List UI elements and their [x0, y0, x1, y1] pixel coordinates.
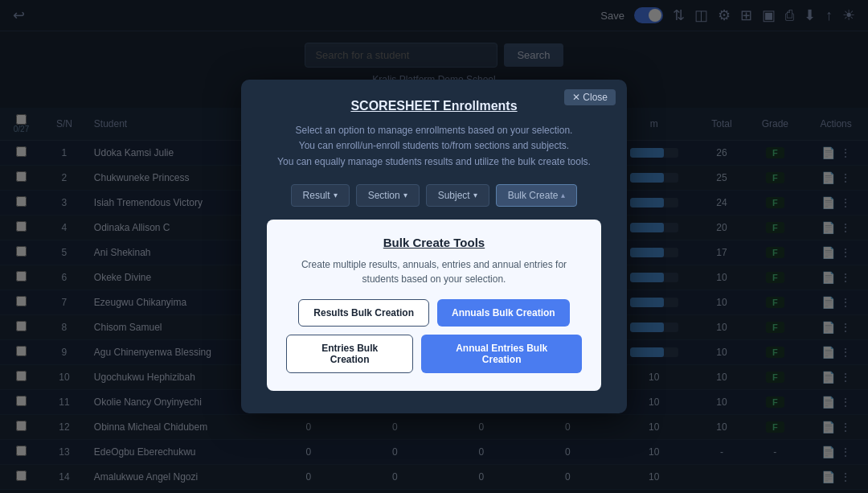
bulk-create-desc: Create multiple results, annuals, entrie…: [286, 257, 582, 286]
entries-bulk-creation-button[interactable]: Entries Bulk Creation: [286, 335, 413, 373]
filter-bulk-create[interactable]: Bulk Create ▴: [496, 184, 578, 207]
filter-section-label: Section: [368, 190, 400, 201]
filter-row: Result ▾ Section ▾ Subject ▾ Bulk Create…: [267, 184, 601, 207]
chevron-up-icon: ▴: [561, 191, 565, 199]
annual-entries-bulk-creation-button[interactable]: Annual Entries Bulk Creation: [421, 335, 582, 373]
filter-section[interactable]: Section ▾: [356, 184, 420, 207]
filter-subject-label: Subject: [438, 190, 470, 201]
filter-subject[interactable]: Subject ▾: [426, 184, 489, 207]
modal-desc: Select an option to manage enrollments b…: [267, 123, 601, 170]
results-bulk-creation-button[interactable]: Results Bulk Creation: [298, 299, 429, 327]
bulk-buttons-row2: Entries Bulk Creation Annual Entries Bul…: [286, 335, 582, 373]
chevron-down-icon-3: ▾: [473, 191, 477, 199]
chevron-down-icon: ▾: [334, 191, 338, 199]
filter-result[interactable]: Result ▾: [291, 184, 350, 207]
modal-title: SCORESHEET Enrollments: [267, 99, 601, 113]
modal-close-button[interactable]: ✕ Close: [564, 89, 616, 105]
filter-result-label: Result: [303, 190, 330, 201]
annuals-bulk-creation-button[interactable]: Annuals Bulk Creation: [437, 299, 570, 327]
filter-bulk-label: Bulk Create: [508, 190, 559, 201]
bulk-create-modal: Bulk Create Tools Create multiple result…: [267, 220, 601, 391]
modal-scoresheet: ✕ Close SCORESHEET Enrollments Select an…: [241, 80, 627, 413]
chevron-down-icon-2: ▾: [403, 191, 407, 199]
bulk-create-title: Bulk Create Tools: [286, 236, 582, 249]
modal-overlay: ✕ Close SCORESHEET Enrollments Select an…: [0, 0, 868, 493]
bulk-buttons-row1: Results Bulk Creation Annuals Bulk Creat…: [286, 299, 582, 327]
